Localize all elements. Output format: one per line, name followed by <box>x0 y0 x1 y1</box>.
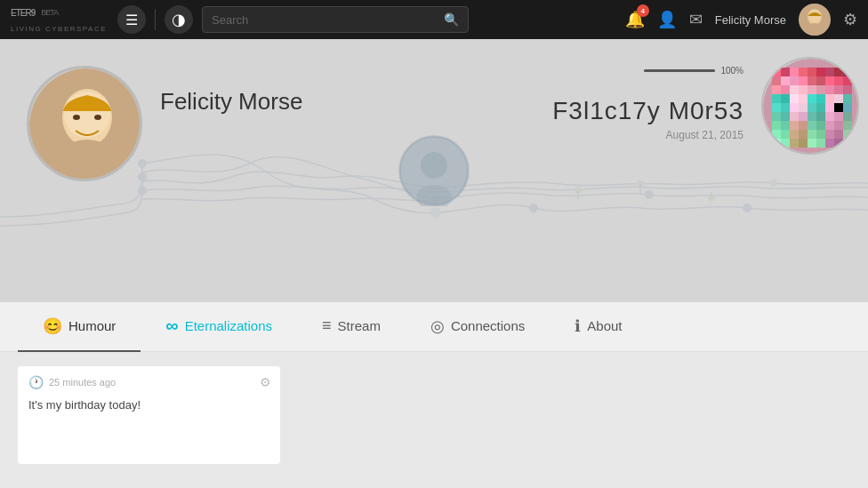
svg-rect-61 <box>816 94 825 103</box>
svg-rect-83 <box>772 121 781 130</box>
svg-rect-72 <box>834 103 843 112</box>
notification-badge: 4 <box>637 4 649 17</box>
settings-button[interactable]: ⚙ <box>843 10 857 29</box>
svg-rect-70 <box>816 103 825 112</box>
svg-rect-78 <box>808 112 816 121</box>
svg-rect-50 <box>799 85 808 94</box>
alias-date: August 21, 2015 <box>552 129 743 141</box>
about-icon: ℹ <box>575 316 581 336</box>
svg-point-27 <box>94 115 101 120</box>
messages-button[interactable]: ✉ <box>689 10 703 29</box>
nav-right: 🔔 4 👤 ✉ Felicity Morse ⚙ <box>625 4 857 36</box>
svg-rect-79 <box>816 112 825 121</box>
svg-point-26 <box>73 115 80 120</box>
svg-rect-71 <box>825 103 834 112</box>
svg-rect-41 <box>799 76 808 85</box>
svg-rect-81 <box>834 112 843 121</box>
svg-rect-63 <box>834 94 843 103</box>
friends-button[interactable]: 👤 <box>657 10 677 29</box>
notifications-button[interactable]: 🔔 4 <box>625 10 645 29</box>
svg-rect-59 <box>799 94 808 103</box>
profile-header: 100% Felicity Morse F3l1c17y M0r53 Augus… <box>0 39 868 302</box>
svg-rect-107 <box>825 139 834 148</box>
nav-avatar[interactable] <box>799 4 831 36</box>
svg-rect-94 <box>790 130 799 139</box>
svg-rect-44 <box>825 76 834 85</box>
content-area: 🕐 25 minutes ago ⚙ It's my birthday toda… <box>0 352 868 488</box>
profile-avatar[interactable] <box>27 66 142 181</box>
svg-rect-56 <box>772 94 781 103</box>
svg-rect-90 <box>834 121 843 130</box>
svg-point-10 <box>645 190 654 199</box>
svg-rect-105 <box>808 139 816 148</box>
post-settings-button[interactable]: ⚙ <box>260 375 271 389</box>
pixel-avatar-image <box>763 59 859 155</box>
svg-rect-53 <box>825 85 834 94</box>
svg-rect-34 <box>816 68 825 76</box>
search-input[interactable] <box>212 13 444 27</box>
svg-point-9 <box>743 204 751 212</box>
tab-stream[interactable]: ≡ Stream <box>297 302 406 352</box>
svg-rect-74 <box>772 112 781 121</box>
progress-fill <box>644 69 715 72</box>
svg-rect-95 <box>799 130 808 139</box>
logo-text: ETER9 BETA <box>11 7 107 27</box>
progress-track <box>644 69 715 72</box>
tab-about[interactable]: ℹ About <box>550 302 647 352</box>
svg-rect-47 <box>772 85 781 94</box>
svg-rect-42 <box>808 76 816 85</box>
svg-rect-92 <box>772 130 781 139</box>
svg-rect-93 <box>781 130 790 139</box>
svg-rect-40 <box>790 76 799 85</box>
svg-rect-36 <box>834 68 843 76</box>
gear-icon: ⚙ <box>843 11 857 28</box>
stream-icon: ≡ <box>322 316 332 335</box>
svg-rect-77 <box>799 112 808 121</box>
svg-rect-45 <box>834 76 843 85</box>
svg-rect-48 <box>781 85 790 94</box>
profile-avatar2[interactable] <box>761 57 859 155</box>
post-card: 🕐 25 minutes ago ⚙ It's my birthday toda… <box>18 366 280 464</box>
svg-rect-87 <box>808 121 816 130</box>
profile-toggle-button[interactable]: ◑ <box>165 5 193 34</box>
tab-connections[interactable]: ◎ Connections <box>406 302 550 352</box>
search-button[interactable]: 🔍 <box>444 12 459 27</box>
tab-eternalizations[interactable]: ∞ Eternalizations <box>141 302 297 352</box>
svg-point-5 <box>138 172 147 181</box>
tab-connections-label: Connections <box>451 318 525 333</box>
top-navigation: ETER9 BETA LIVING CYBERSPACE ☰ ◑ 🔍 🔔 4 👤… <box>0 0 868 39</box>
tab-bar: 😊 Humour ∞ Eternalizations ≡ Stream ◎ Co… <box>0 302 868 352</box>
search-icon: 🔍 <box>444 12 459 27</box>
svg-rect-103 <box>790 139 799 148</box>
svg-rect-30 <box>781 68 790 76</box>
brand-tagline: LIVING CYBERSPACE <box>11 25 107 33</box>
tab-humour[interactable]: 😊 Humour <box>18 302 141 352</box>
svg-rect-58 <box>790 94 799 103</box>
svg-rect-64 <box>843 94 852 103</box>
profile-circle-icon: ◑ <box>172 10 186 29</box>
svg-rect-85 <box>790 121 799 130</box>
svg-rect-69 <box>808 103 816 112</box>
brand-number: 9 <box>31 7 36 17</box>
svg-point-11 <box>529 204 538 212</box>
tab-humour-label: Humour <box>68 318 116 333</box>
svg-rect-82 <box>843 112 852 121</box>
svg-point-6 <box>138 186 147 195</box>
clock-icon: 🕐 <box>28 375 44 389</box>
post-settings-icon: ⚙ <box>260 375 271 389</box>
menu-button[interactable]: ☰ <box>117 5 146 34</box>
menu-icon: ☰ <box>125 12 138 28</box>
svg-rect-65 <box>772 103 781 112</box>
tab-about-label: About <box>587 318 622 333</box>
profile-avatar-image <box>29 68 142 181</box>
post-meta: 🕐 25 minutes ago <box>28 375 269 389</box>
svg-point-4 <box>138 159 147 168</box>
svg-rect-38 <box>772 76 781 85</box>
svg-rect-89 <box>825 121 834 130</box>
svg-point-7 <box>430 207 441 218</box>
progress-label: 100% <box>720 66 743 76</box>
svg-rect-84 <box>781 121 790 130</box>
connections-icon: ◎ <box>430 316 445 336</box>
svg-rect-39 <box>781 76 790 85</box>
post-time: 25 minutes ago <box>49 377 116 388</box>
